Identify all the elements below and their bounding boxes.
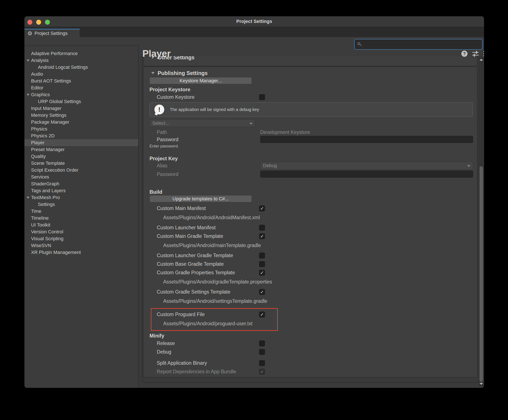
sidebar-item-editor[interactable]: Editor xyxy=(24,84,138,91)
custom-base-gradle-template-checkbox[interactable] xyxy=(259,261,265,267)
toggle-label: Custom Keystore xyxy=(157,93,194,101)
toggle-row-custom-launcher-manifest: Custom Launcher Manifest xyxy=(149,223,473,232)
asset-path: Assets/Plugins/Android/settingsTemplate.… xyxy=(149,296,473,306)
sidebar-item-label: Tags and Layers xyxy=(24,187,138,194)
sidebar-item-player[interactable]: Player xyxy=(24,139,138,146)
custom-gradle-settings-template-checkbox[interactable]: ✓ xyxy=(259,289,265,295)
help-icon[interactable]: ? xyxy=(461,51,468,57)
tab-project-settings[interactable]: ⚙ Project Settings xyxy=(24,29,80,37)
presets-icon[interactable] xyxy=(472,51,479,56)
sidebar-item-audio[interactable]: Audio xyxy=(24,71,138,78)
sidebar-item-adaptive-performance[interactable]: Adaptive Performance xyxy=(24,50,138,57)
sidebar-item-package-manager[interactable]: Package Manager xyxy=(24,119,138,126)
sidebar-item-input-manager[interactable]: Input Manager xyxy=(24,105,138,112)
custom-main-manifest-checkbox[interactable]: ✓ xyxy=(259,205,265,211)
helpbox-text: The application will be signed with a de… xyxy=(170,107,259,112)
search-input[interactable] xyxy=(362,39,482,49)
tab-label: Project Settings xyxy=(35,31,67,36)
asset-path: Assets/Plugins/Android/proguard-user.txt xyxy=(151,319,277,329)
toggle-row-release: Release xyxy=(149,339,473,348)
select-row: Select... xyxy=(149,119,473,127)
dropdown-value: Debug xyxy=(263,163,277,168)
settings-scroll-area: Other Settings Publishing SettingsKeysto… xyxy=(139,56,484,388)
publishing-settings-section: Publishing SettingsKeystore Manager...Pr… xyxy=(143,67,478,378)
custom-proguard-file-checkbox[interactable]: ✓ xyxy=(259,312,265,317)
chevron-down-icon xyxy=(467,165,470,167)
sidebar-item-label: TextMesh Pro xyxy=(24,194,138,201)
close-button[interactable] xyxy=(27,20,32,25)
field-label: Password xyxy=(157,136,178,143)
sidebar-item-shadergraph[interactable]: ShaderGraph xyxy=(24,180,138,187)
field-value: Development Keystore xyxy=(260,129,310,136)
field-label: Alias xyxy=(157,162,168,170)
sidebar-item-analysis[interactable]: Analysis xyxy=(24,57,138,64)
page-title: Player xyxy=(142,48,171,59)
keystore-manager-button[interactable]: Keystore Manager... xyxy=(149,77,252,84)
sidebar-item-memory-settings[interactable]: Memory Settings xyxy=(24,112,138,119)
sidebar-item-label: Time xyxy=(24,208,138,215)
upgrade-templates-to-c-button[interactable]: Upgrade templates to C#... xyxy=(149,195,252,202)
custom-launcher-gradle-template-checkbox[interactable] xyxy=(259,253,265,258)
sidebar-item-time[interactable]: Time xyxy=(24,208,138,215)
vertical-scrollbar[interactable] xyxy=(479,57,484,386)
foldout-open-icon[interactable] xyxy=(27,60,29,61)
alias-dropdown[interactable]: Debug xyxy=(260,162,473,170)
sidebar-item-burst-aot-settings[interactable]: Burst AOT Settings xyxy=(24,78,138,84)
sidebar-item-ui-toolkit[interactable]: UI Toolkit xyxy=(24,222,138,228)
foldout-publishing-settings[interactable]: Publishing Settings xyxy=(149,69,473,77)
custom-keystore-checkbox[interactable] xyxy=(259,94,265,100)
row-password: Password xyxy=(149,136,473,143)
release-checkbox[interactable] xyxy=(259,340,265,346)
foldout-open-icon[interactable] xyxy=(27,197,29,199)
sidebar-item-tags-and-layers[interactable]: Tags and Layers xyxy=(24,187,138,194)
report-dependencies-in-app-bundle-checkbox[interactable]: ✓ xyxy=(259,369,265,375)
scroll-down-icon[interactable] xyxy=(479,383,483,385)
sidebar-item-scene-template[interactable]: Scene Template xyxy=(24,160,138,167)
sidebar-item-version-control[interactable]: Version Control xyxy=(24,228,138,235)
toggle-label: Custom Gradle Settings Template xyxy=(157,288,230,296)
sidebar-item-quality[interactable]: Quality xyxy=(24,153,138,160)
sidebar-item-preset-manager[interactable]: Preset Manager xyxy=(24,146,138,153)
password-input[interactable] xyxy=(260,171,473,178)
sidebar-item-physics-2d[interactable]: Physics 2D xyxy=(24,132,138,139)
search-box[interactable] xyxy=(354,39,483,50)
sidebar-item-xr-plugin-management[interactable]: XR Plugin Management xyxy=(24,249,138,256)
foldout-open-icon xyxy=(151,72,155,74)
debug-checkbox[interactable] xyxy=(259,349,265,355)
sidebar-item-android-logcat-settings[interactable]: Android Logcat Settings xyxy=(24,64,138,71)
scroll-up-icon[interactable] xyxy=(479,59,483,61)
toggle-row-split-application-binary: Split Application Binary xyxy=(149,359,473,367)
toggle-label: Debug xyxy=(157,348,171,356)
sidebar-item-label: Analysis xyxy=(24,57,138,64)
button-row: Upgrade templates to C#... xyxy=(149,195,473,202)
custom-gradle-properties-template-checkbox[interactable]: ✓ xyxy=(259,270,265,276)
sidebar-item-label: Scene Template xyxy=(24,160,138,167)
sidebar-item-physics[interactable]: Physics xyxy=(24,126,138,132)
section-label: Publishing Settings xyxy=(158,69,207,77)
sidebar-item-timeline[interactable]: Timeline xyxy=(24,215,138,222)
info-helpbox: !The application will be signed with a d… xyxy=(149,102,473,117)
custom-launcher-manifest-checkbox[interactable] xyxy=(259,225,265,231)
sidebar-item-script-execution-order[interactable]: Script Execution Order xyxy=(24,167,138,173)
sidebar-item-wisesvn[interactable]: WiseSVN xyxy=(24,242,138,249)
sidebar-item-label: Quality xyxy=(24,153,138,160)
zoom-button[interactable] xyxy=(45,20,50,25)
sidebar-item-label: Preset Manager xyxy=(24,146,138,153)
sidebar-item-urp-global-settings[interactable]: URP Global Settings xyxy=(24,98,138,105)
sidebar-item-graphics[interactable]: Graphics xyxy=(24,91,138,98)
settings-menu-kebab-icon[interactable] xyxy=(483,51,484,56)
foldout-open-icon[interactable] xyxy=(27,94,29,96)
scrollbar-thumb[interactable] xyxy=(479,166,483,382)
split-application-binary-checkbox[interactable] xyxy=(259,360,265,366)
sidebar-item-services[interactable]: Services xyxy=(24,173,138,180)
password-input[interactable] xyxy=(260,136,473,143)
toggle-label: Report Dependencies in App Bundle xyxy=(157,367,236,376)
sidebar-item-settings[interactable]: Settings xyxy=(24,201,138,208)
sidebar-item-visual-scripting[interactable]: Visual Scripting xyxy=(24,235,138,242)
minimize-button[interactable] xyxy=(36,20,41,25)
other-settings-foldout[interactable]: Other Settings xyxy=(149,56,477,61)
toggle-label: Split Application Binary xyxy=(157,359,207,367)
custom-main-gradle-template-checkbox[interactable]: ✓ xyxy=(259,233,265,239)
keystore-select-dropdown[interactable]: Select... xyxy=(149,119,255,127)
sidebar-item-textmesh-pro[interactable]: TextMesh Pro xyxy=(24,194,138,201)
